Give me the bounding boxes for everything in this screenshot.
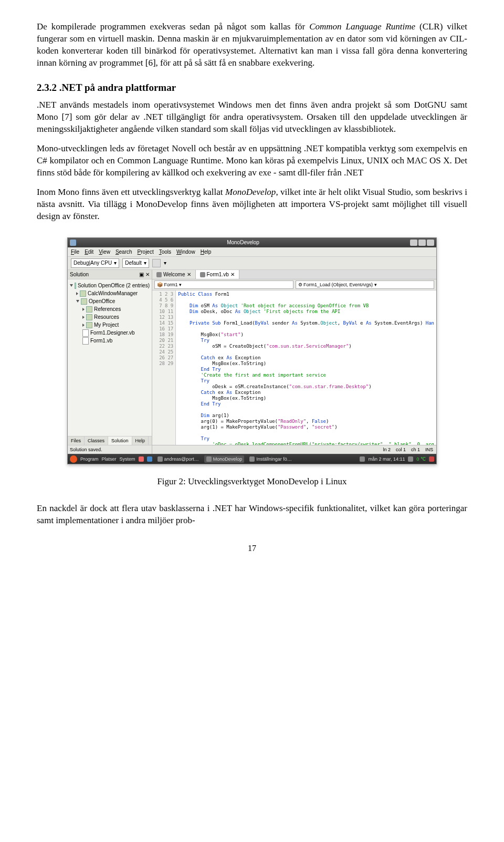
- config-combo[interactable]: Debug|Any CPU▾: [71, 258, 119, 268]
- menu-program[interactable]: Program: [80, 456, 99, 462]
- page-number: 17: [37, 543, 467, 554]
- menu-edit[interactable]: Edit: [85, 248, 93, 256]
- side-tab-solution[interactable]: Solution: [108, 436, 132, 445]
- menu-bar: File Edit View Search Project Tools Wind…: [68, 247, 436, 257]
- code-content[interactable]: Public Class Form1 Dim oSM As Object 'Ro…: [176, 290, 436, 444]
- close-icon[interactable]: ✕: [187, 271, 191, 278]
- line-gutter: 1 2 3 4 5 6 7 8 9 10 11 12 13 14 15 16 1…: [152, 290, 176, 444]
- tray-icon[interactable]: [360, 456, 365, 462]
- menu-file[interactable]: File: [71, 248, 79, 256]
- figure-caption: Figur 2: Utvecklingsverktyget MonoDevelo…: [37, 476, 467, 488]
- side-tab-files[interactable]: Files: [68, 436, 85, 445]
- editor-tabs: Welcome✕ Form1.vb✕: [152, 270, 436, 280]
- run-icon[interactable]: [152, 259, 161, 267]
- solution-sidebar: Solution ▣ ✕ Solution OpenOffice (2 entr…: [68, 270, 152, 454]
- tab-welcome[interactable]: Welcome✕: [152, 270, 196, 279]
- class-selector[interactable]: 📦 Form1 ▾: [154, 280, 293, 289]
- taskbar-item[interactable]: Inställningar fö…: [247, 455, 294, 463]
- tree-item[interactable]: References: [70, 305, 150, 313]
- shutdown-icon[interactable]: [429, 456, 434, 462]
- ide-body: Solution ▣ ✕ Solution OpenOffice (2 entr…: [68, 270, 436, 454]
- tree-item[interactable]: OpenOffice: [70, 297, 150, 305]
- status-ln: ln 2: [383, 446, 391, 453]
- tab-form1[interactable]: Form1.vb✕: [196, 270, 239, 279]
- status-ch: ch 1: [411, 446, 420, 453]
- minimize-button[interactable]: [410, 240, 417, 246]
- target-combo[interactable]: Default▾: [122, 258, 149, 268]
- member-selector[interactable]: ⚙ Form1_Load (Object, EventArgs) ▾: [296, 280, 435, 289]
- taskbar-item[interactable]: andreas@port…: [155, 455, 201, 463]
- code-editor[interactable]: 1 2 3 4 5 6 7 8 9 10 11 12 13 14 15 16 1…: [152, 290, 436, 444]
- menu-tools[interactable]: Tools: [159, 248, 171, 256]
- paragraph-3: Mono-utvecklingen leds av företaget Nove…: [37, 143, 467, 179]
- paragraph-5: En nackdel är dock att flera utav baskla…: [37, 503, 467, 527]
- solution-tree: Solution OpenOffice (2 entries) CalcWind…: [68, 279, 152, 435]
- close-icon[interactable]: ✕: [230, 271, 235, 278]
- status-col: col 1: [396, 446, 406, 453]
- paragraph-2: .NET används mestadels inom operativsyst…: [37, 99, 467, 136]
- menu-view[interactable]: View: [99, 248, 110, 256]
- help-icon[interactable]: [147, 456, 152, 462]
- menu-help[interactable]: Help: [201, 248, 212, 256]
- window-titlebar: MonoDevelop: [68, 238, 436, 247]
- side-tab-help[interactable]: Help: [132, 436, 149, 445]
- battery-label: 0 ℃: [416, 456, 426, 462]
- clock[interactable]: mån 2 mar, 14:11: [368, 456, 405, 462]
- editor-pane: Welcome✕ Form1.vb✕ 📦 Form1 ▾ ⚙ Form1_Loa…: [152, 270, 436, 454]
- status-ins: INS: [425, 446, 433, 453]
- side-tab-classes[interactable]: Classes: [85, 436, 108, 445]
- sidebar-tabs: Files Classes Solution Help: [68, 436, 152, 445]
- window-title: MonoDevelop: [76, 239, 410, 246]
- section-heading: 2.3.2 .NET på andra plattformar: [37, 81, 467, 95]
- menu-project[interactable]: Project: [138, 248, 154, 256]
- home-icon: [156, 272, 162, 277]
- tree-root[interactable]: Solution OpenOffice (2 entries): [70, 282, 150, 289]
- tree-item[interactable]: My Project: [70, 321, 150, 329]
- paragraph-4: Inom Mono finns även ett utvecklingsverk…: [37, 186, 467, 223]
- close-button[interactable]: [427, 240, 434, 246]
- tree-item[interactable]: Resources: [70, 313, 150, 321]
- editor-context-bar: 📦 Form1 ▾ ⚙ Form1_Load (Object, EventArg…: [152, 279, 436, 290]
- menu-system[interactable]: System: [120, 456, 135, 462]
- figure-2: MonoDevelop File Edit View Search Projec…: [37, 237, 467, 488]
- sidebar-status: Solution saved.: [68, 445, 152, 454]
- menu-window[interactable]: Window: [176, 248, 195, 256]
- panel-dock-icon[interactable]: ▣ ✕: [139, 271, 150, 278]
- menu-platser[interactable]: Platser: [102, 456, 117, 462]
- solution-header: Solution ▣ ✕: [68, 270, 152, 280]
- app-icon: [70, 240, 76, 246]
- tree-item[interactable]: Form1.vb: [70, 337, 150, 345]
- file-icon: [200, 272, 205, 277]
- paragraph-1: De kompilerade programmen exekveras seda…: [37, 21, 467, 69]
- taskbar-item[interactable]: MonoDevelop: [204, 455, 245, 463]
- editor-statusbar: ln 2 col 1 ch 1 INS: [152, 445, 436, 454]
- monodevelop-ide: MonoDevelop File Edit View Search Projec…: [67, 237, 437, 464]
- maximize-button[interactable]: [418, 240, 426, 246]
- desktop-taskbar: Program Platser System andreas@port… Mon…: [68, 454, 436, 464]
- toolbar: Debug|Any CPU▾ Default▾ ▾: [68, 256, 436, 270]
- firefox-icon[interactable]: [139, 456, 144, 462]
- tree-item[interactable]: Form1.Designer.vb: [70, 329, 150, 337]
- volume-icon[interactable]: [408, 456, 413, 462]
- menu-search[interactable]: Search: [116, 248, 132, 256]
- ubuntu-logo-icon[interactable]: [70, 455, 77, 463]
- tree-item[interactable]: CalcWindowManager: [70, 289, 150, 297]
